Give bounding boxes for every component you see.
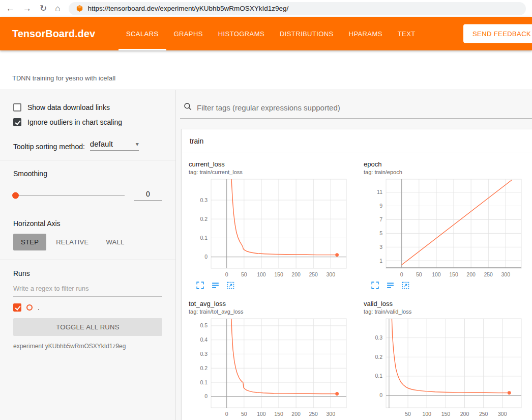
run-label: . — [38, 304, 40, 312]
chart-card: current_loss tag: train/current_loss 00.… — [189, 160, 357, 290]
tooltip-sorting-label: Tooltip sorting method: — [13, 143, 85, 151]
line-chart[interactable]: 00.10.20.30.40.5050100150200250300 — [189, 315, 349, 419]
chart-toolbar — [364, 281, 531, 290]
svg-text:0.5: 0.5 — [200, 322, 208, 328]
nav-tabs: SCALARSGRAPHSHISTOGRAMSDISTRIBUTIONSHPAR… — [119, 17, 423, 50]
fit-domain-icon[interactable] — [401, 281, 410, 290]
svg-text:7: 7 — [379, 216, 382, 222]
axis-step-button[interactable]: STEP — [13, 234, 46, 250]
tab-distributions[interactable]: DISTRIBUTIONS — [272, 17, 341, 50]
svg-text:100: 100 — [257, 411, 266, 417]
chart-card: valid_loss tag: train/valid_loss 00.10.2… — [364, 300, 531, 420]
svg-text:50: 50 — [416, 271, 422, 277]
slider-thumb[interactable] — [12, 192, 19, 199]
show-download-links-label: Show data download links — [27, 103, 110, 111]
chart-tag: tag: train/tot_avg_loss — [189, 309, 357, 315]
svg-text:0.4: 0.4 — [200, 337, 208, 343]
svg-text:5: 5 — [379, 230, 382, 236]
svg-text:50: 50 — [241, 411, 247, 417]
svg-text:0.1: 0.1 — [200, 235, 208, 241]
runs-list-icon[interactable] — [211, 281, 220, 290]
runs-list-icon[interactable] — [386, 281, 395, 290]
settings-sidebar: Show data download links Ignore outliers… — [0, 90, 176, 420]
app-header: TensorBoard.dev SCALARSGRAPHSHISTOGRAMSD… — [0, 17, 532, 50]
runs-filter-input[interactable] — [13, 281, 162, 297]
tab-text[interactable]: TEXT — [390, 17, 423, 50]
back-icon[interactable]: ← — [6, 4, 15, 13]
svg-text:0: 0 — [204, 254, 208, 260]
tooltip-sorting-select[interactable]: default ▾ — [90, 139, 139, 151]
svg-text:200: 200 — [460, 411, 469, 417]
expand-chart-icon[interactable] — [196, 281, 204, 290]
svg-text:200: 200 — [291, 271, 301, 277]
svg-text:250: 250 — [309, 411, 318, 417]
home-icon[interactable]: ⌂ — [55, 4, 60, 13]
ignore-outliers-label: Ignore outliers in chart scaling — [27, 118, 122, 126]
svg-text:250: 250 — [309, 271, 318, 277]
divider — [0, 160, 175, 160]
refresh-icon[interactable]: ↻ — [40, 4, 47, 13]
tag-group-header[interactable]: train — [182, 129, 532, 153]
ignore-outliers-checkbox[interactable] — [13, 118, 21, 126]
chart-card: epoch tag: train/epoch 13579110501001502… — [364, 160, 531, 290]
scalars-dashboard: train current_loss tag: train/current_lo… — [176, 90, 532, 420]
svg-text:0.2: 0.2 — [375, 354, 382, 360]
svg-text:250: 250 — [484, 271, 493, 277]
run-checkbox[interactable] — [13, 303, 21, 312]
toggle-all-runs-button[interactable]: TOGGLE ALL RUNS — [13, 318, 162, 336]
svg-text:0: 0 — [400, 271, 403, 277]
tooltip-sorting-value: default — [90, 139, 113, 148]
charts-grid: current_loss tag: train/current_loss 00.… — [182, 153, 532, 420]
svg-text:0.3: 0.3 — [200, 351, 208, 357]
svg-text:0.3: 0.3 — [375, 334, 382, 341]
svg-text:0.3: 0.3 — [200, 197, 208, 203]
line-chart[interactable]: 00.10.20.350100150200250300 — [364, 315, 524, 419]
smoothing-value[interactable]: 0 — [134, 190, 162, 201]
divider — [0, 210, 175, 210]
tab-histograms[interactable]: HISTOGRAMS — [211, 17, 272, 50]
tab-graphs[interactable]: GRAPHS — [166, 17, 211, 50]
tag-filter-input[interactable] — [197, 103, 532, 112]
svg-text:200: 200 — [466, 271, 476, 277]
svg-text:150: 150 — [441, 411, 451, 417]
chart-title: current_loss — [189, 160, 357, 168]
chart-title: tot_avg_loss — [189, 300, 357, 307]
svg-text:0.2: 0.2 — [200, 216, 208, 222]
axis-wall-button[interactable]: WALL — [98, 234, 132, 250]
svg-text:0.1: 0.1 — [375, 373, 382, 379]
line-chart[interactable]: 1357911050100150200250300 — [364, 175, 524, 280]
chart-tag: tag: train/current_loss — [189, 169, 357, 175]
svg-text:0: 0 — [225, 411, 228, 417]
forward-icon[interactable]: → — [23, 4, 32, 13]
show-download-links-checkbox[interactable] — [13, 103, 21, 111]
svg-text:100: 100 — [422, 411, 431, 417]
run-color-icon — [26, 304, 33, 311]
smoothing-label: Smoothing — [13, 170, 162, 178]
fit-domain-icon[interactable] — [226, 281, 235, 290]
svg-text:300: 300 — [327, 411, 336, 417]
expand-chart-icon[interactable] — [371, 281, 379, 290]
send-feedback-button[interactable]: SEND FEEDBACK — [463, 24, 532, 43]
address-bar[interactable]: https://tensorboard.dev/experiment/yKUbh… — [69, 2, 526, 15]
svg-text:150: 150 — [274, 271, 283, 277]
svg-text:1: 1 — [379, 258, 382, 264]
chart-title: valid_loss — [364, 300, 531, 307]
tag-group-card: train current_loss tag: train/current_lo… — [181, 129, 532, 420]
chart-card: tot_avg_loss tag: train/tot_avg_loss 00.… — [189, 300, 357, 420]
runs-label: Runs — [13, 269, 162, 277]
smoothing-slider[interactable] — [13, 195, 125, 196]
svg-text:50: 50 — [241, 271, 247, 277]
svg-text:0: 0 — [225, 271, 228, 277]
svg-text:0.2: 0.2 — [200, 365, 208, 371]
chart-tag: tag: train/valid_loss — [364, 309, 531, 315]
svg-text:150: 150 — [449, 271, 458, 277]
svg-text:200: 200 — [291, 411, 301, 417]
experiment-title-strip: TDNN training for yesno with icefall — [0, 50, 532, 90]
svg-text:150: 150 — [274, 411, 283, 417]
axis-relative-button[interactable]: RELATIVE — [48, 234, 96, 250]
app-title[interactable]: TensorBoard.dev — [12, 28, 95, 40]
tab-scalars[interactable]: SCALARS — [119, 17, 166, 50]
chevron-down-icon: ▾ — [136, 141, 139, 148]
line-chart[interactable]: 00.10.20.3050100150200250300 — [189, 175, 349, 280]
tab-hparams[interactable]: HPARAMS — [341, 17, 390, 50]
